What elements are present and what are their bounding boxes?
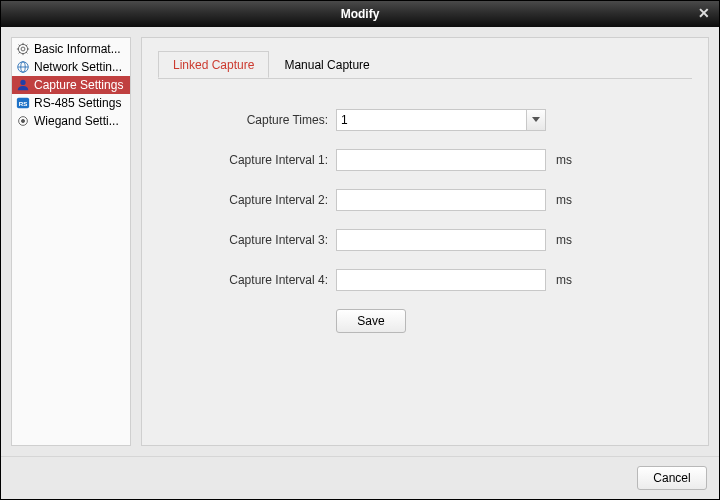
sidebar-item-network-settings[interactable]: Network Settin... <box>12 58 130 76</box>
tab-manual-capture[interactable]: Manual Capture <box>269 51 384 78</box>
svg-line-8 <box>19 52 20 53</box>
sidebar: Basic Informat... Network Settin... Capt… <box>11 37 131 446</box>
chevron-down-icon <box>532 117 540 123</box>
interval-2-input[interactable] <box>336 189 546 211</box>
svg-point-17 <box>21 119 24 122</box>
modify-dialog: Modify ✕ Basic Informat... Network Setti… <box>0 0 720 500</box>
row-interval-4: Capture Interval 4: ms <box>158 269 692 291</box>
sidebar-item-label: Wiegand Setti... <box>34 114 126 128</box>
svg-line-7 <box>26 52 27 53</box>
tab-label: Manual Capture <box>284 58 369 72</box>
globe-icon <box>16 60 30 74</box>
tab-bar: Linked Capture Manual Capture <box>158 50 692 79</box>
capture-times-combo[interactable] <box>336 109 546 131</box>
capture-form: Capture Times: Capture Interval 1: ms Ca… <box>158 79 692 333</box>
svg-line-9 <box>26 45 27 46</box>
tab-linked-capture[interactable]: Linked Capture <box>158 51 269 78</box>
close-icon[interactable]: ✕ <box>695 4 713 22</box>
interval-4-input[interactable] <box>336 269 546 291</box>
capture-times-input[interactable] <box>336 109 526 131</box>
capture-times-dropdown-button[interactable] <box>526 109 546 131</box>
save-row: Save <box>158 309 692 333</box>
settings-icon <box>16 114 30 128</box>
interval-2-label: Capture Interval 2: <box>158 193 336 207</box>
interval-4-label: Capture Interval 4: <box>158 273 336 287</box>
unit-ms: ms <box>556 193 572 207</box>
interval-3-label: Capture Interval 3: <box>158 233 336 247</box>
capture-times-label: Capture Times: <box>158 113 336 127</box>
interval-3-input[interactable] <box>336 229 546 251</box>
row-interval-1: Capture Interval 1: ms <box>158 149 692 171</box>
person-icon <box>16 78 30 92</box>
save-button[interactable]: Save <box>336 309 406 333</box>
sidebar-item-label: Basic Informat... <box>34 42 126 56</box>
sidebar-item-label: RS-485 Settings <box>34 96 126 110</box>
svg-line-6 <box>19 45 20 46</box>
window-title: Modify <box>341 7 380 21</box>
tab-label: Linked Capture <box>173 58 254 72</box>
dialog-footer: Cancel <box>1 456 719 499</box>
sidebar-item-basic-information[interactable]: Basic Informat... <box>12 40 130 58</box>
rs-badge-icon: RS <box>16 96 30 110</box>
svg-point-13 <box>20 80 25 85</box>
unit-ms: ms <box>556 153 572 167</box>
sidebar-item-wiegand-settings[interactable]: Wiegand Setti... <box>12 112 130 130</box>
interval-1-label: Capture Interval 1: <box>158 153 336 167</box>
svg-text:RS: RS <box>19 100 28 107</box>
titlebar: Modify ✕ <box>1 1 719 27</box>
row-capture-times: Capture Times: <box>158 109 692 131</box>
interval-1-input[interactable] <box>336 149 546 171</box>
row-interval-2: Capture Interval 2: ms <box>158 189 692 211</box>
row-interval-3: Capture Interval 3: ms <box>158 229 692 251</box>
gear-icon <box>16 42 30 56</box>
unit-ms: ms <box>556 273 572 287</box>
unit-ms: ms <box>556 233 572 247</box>
sidebar-item-label: Capture Settings <box>34 78 126 92</box>
cancel-button[interactable]: Cancel <box>637 466 707 490</box>
sidebar-item-label: Network Settin... <box>34 60 126 74</box>
sidebar-item-rs485-settings[interactable]: RS RS-485 Settings <box>12 94 130 112</box>
sidebar-item-capture-settings[interactable]: Capture Settings <box>12 76 130 94</box>
main-panel: Linked Capture Manual Capture Capture Ti… <box>141 37 709 446</box>
dialog-body: Basic Informat... Network Settin... Capt… <box>1 27 719 456</box>
svg-point-0 <box>21 47 25 51</box>
